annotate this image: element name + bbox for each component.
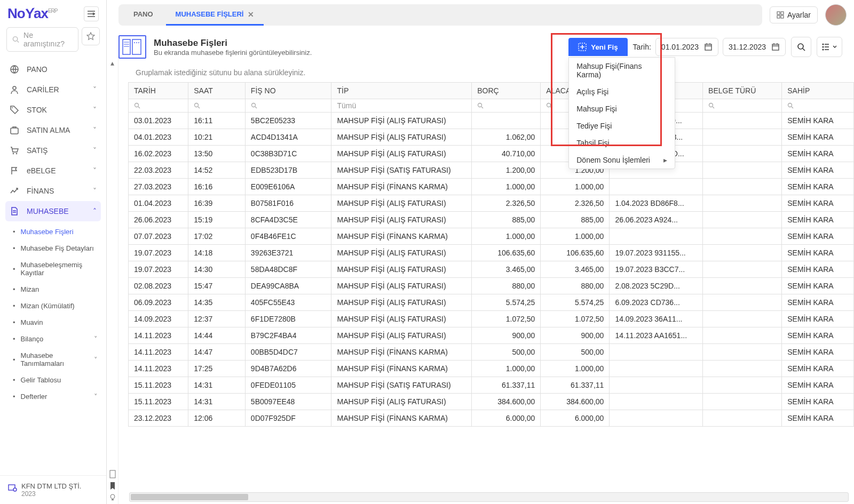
subnav-item[interactable]: Muhasebe Fişleri — [10, 223, 101, 240]
user-avatar[interactable] — [825, 4, 847, 26]
global-search-input[interactable]: Ne aramıştınız? — [6, 27, 78, 52]
table-row[interactable]: 19.07.202314:1839263E3721MAHSUP FİŞİ (AL… — [129, 245, 854, 261]
nav-item-muhasebe[interactable]: MUHASEBE˄ — [5, 201, 101, 221]
table-row[interactable]: 14.11.202314:4700BB5D4DC7MAHSUP FİŞİ (Fİ… — [129, 344, 854, 361]
cell-belge — [703, 212, 782, 228]
svg-point-17 — [138, 42, 139, 43]
filter-cell[interactable] — [129, 99, 188, 113]
svg-point-34 — [788, 103, 792, 107]
svg-point-2 — [13, 86, 16, 90]
search-button[interactable] — [791, 37, 811, 57]
col-header[interactable]: BORÇ — [472, 83, 541, 99]
table-row[interactable]: 27.03.202316:16E009E6106AMAHSUP FİŞİ (Fİ… — [129, 179, 854, 195]
table-row[interactable]: 16.02.202313:500C38B3D71CMAHSUP FİŞİ (AL… — [129, 146, 854, 162]
dropdown-label: Mahsup Fişi(Finans Karma) — [576, 62, 667, 79]
table-row[interactable]: 15.11.202314:315B0097EE48MAHSUP FİŞİ (AL… — [129, 394, 854, 410]
tab-pano[interactable]: PANO — [124, 5, 163, 25]
subnav-item[interactable]: Defterler˅ — [10, 388, 101, 405]
col-header[interactable]: FİŞ NO — [245, 83, 331, 99]
col-header[interactable]: SAAT — [188, 83, 246, 99]
col-header[interactable]: TİP — [331, 83, 472, 99]
subnav-item[interactable]: Bilanço˅ — [10, 331, 101, 347]
settings-button[interactable]: Ayarlar — [770, 6, 818, 23]
cell-alacak: 5.574,25 — [541, 294, 610, 311]
chevron-down-icon: ˅ — [93, 85, 97, 94]
nav-item-pano[interactable]: PANO — [5, 59, 101, 79]
horizontal-scrollbar[interactable] — [129, 492, 849, 502]
cell-borc: 1.000,00 — [472, 179, 541, 195]
filter-cell[interactable] — [472, 99, 541, 113]
cell-acik: 2.08.2023 5C29D... — [610, 278, 703, 294]
table-row[interactable]: 04.01.202310:21ACD4D1341AMAHSUP FİŞİ (AL… — [129, 129, 854, 146]
cell-sahip: SEMİH KARA — [782, 179, 854, 195]
table-row[interactable]: 26.06.202315:198CFA4D3C5EMAHSUP FİŞİ (AL… — [129, 212, 854, 228]
new-voucher-button[interactable]: Yeni Fiş — [568, 38, 627, 56]
cell-sahip: SEMİH KARA — [782, 278, 854, 294]
caret-up-icon[interactable]: ▴ — [110, 59, 114, 67]
dropdown-item[interactable]: Açılış Fişi — [569, 83, 675, 100]
dropdown-item[interactable]: Dönem Sonu İşlemleri▸ — [569, 151, 675, 169]
tab-close-icon[interactable]: ✕ — [248, 10, 254, 19]
table-row[interactable]: 14.09.202312:376F1DE7280BMAHSUP FİŞİ (AL… — [129, 311, 854, 327]
nav-item-cari̇ler[interactable]: CARİLER˅ — [5, 79, 101, 100]
list-options-button[interactable] — [817, 37, 842, 57]
col-header[interactable]: TARİH — [129, 83, 188, 99]
subnav-item[interactable]: Muhasebe Tanımlamaları˅ — [10, 347, 101, 372]
table-row[interactable]: 03.01.202316:115BC2E05233MAHSUP FİŞİ (AL… — [129, 113, 854, 129]
cell-alacak: 1.000,00 — [541, 228, 610, 245]
cell-borc: 40.710,00 — [472, 146, 541, 162]
favorites-button[interactable] — [82, 27, 100, 45]
tab-muhasebe fi̇şleri̇[interactable]: MUHASEBE FİŞLERİ✕ — [166, 5, 264, 26]
page-icon[interactable] — [109, 470, 116, 478]
group-by-hint[interactable]: Gruplamak istediğiniz sütunu bu alana sü… — [128, 63, 854, 82]
date-from-input[interactable]: 01.01.2023 — [655, 38, 718, 56]
subnav-item[interactable]: Muavin — [10, 314, 101, 331]
cell-acik — [610, 344, 703, 361]
col-header[interactable]: BELGE TÜRÜ — [703, 83, 782, 99]
table-row[interactable]: 06.09.202314:35405FC55E43MAHSUP FİŞİ (AL… — [129, 294, 854, 311]
col-header[interactable]: SAHİP — [782, 83, 854, 99]
table-row[interactable]: 19.07.202314:3058DA48DC8FMAHSUP FİŞİ (AL… — [129, 261, 854, 278]
cell-sahip: SEMİH KARA — [782, 327, 854, 344]
nav-item-satin alma[interactable]: SATIN ALMA˅ — [5, 120, 101, 140]
dropdown-item[interactable]: Mahsup Fişi(Finans Karma) — [569, 58, 675, 83]
subnav-item[interactable]: Muhasebe Fiş Detayları — [10, 240, 101, 257]
company-settings-icon[interactable] — [7, 482, 17, 492]
filter-cell[interactable] — [782, 99, 854, 113]
dropdown-item[interactable]: Mahsup Fişi — [569, 100, 675, 117]
table-row[interactable]: 07.07.202317:020F4B46FE1CMAHSUP FİŞİ (Fİ… — [129, 228, 854, 245]
lightbulb-icon[interactable] — [109, 493, 116, 502]
cell-fisno: EDB523D17B — [245, 162, 331, 179]
bookmark-icon[interactable] — [109, 482, 116, 490]
page-header: Muhasebe Fişleri Bu ekranda muhasebe fiş… — [107, 30, 854, 63]
table-row[interactable]: 22.03.202314:52EDB523D17BMAHSUP FİŞİ (SA… — [129, 162, 854, 179]
date-to-input[interactable]: 31.12.2023 — [723, 38, 786, 56]
dropdown-item[interactable]: Tahsil Fişi — [569, 134, 675, 151]
nav-item-satiş[interactable]: SATIŞ˅ — [5, 140, 101, 161]
table-row[interactable]: 23.12.202312:060D07F925DFMAHSUP FİŞİ (Fİ… — [129, 410, 854, 427]
nav-item-fi̇nans[interactable]: FİNANS˅ — [5, 181, 101, 201]
dropdown-item[interactable]: Tediye Fişi — [569, 117, 675, 134]
nav-item-stok[interactable]: STOK˅ — [5, 100, 101, 120]
table-row[interactable]: 14.11.202314:44B79C2F4BA4MAHSUP FİŞİ (AL… — [129, 327, 854, 344]
filter-cell[interactable] — [188, 99, 246, 113]
filter-cell[interactable] — [703, 99, 782, 113]
cell-saat: 14:18 — [188, 245, 246, 261]
logo-suffix: ERP — [48, 8, 58, 14]
filter-cell[interactable] — [245, 99, 331, 113]
page-title: Muhasebe Fişleri — [154, 38, 312, 49]
subnav-item[interactable]: Mizan (Kümülatif) — [10, 298, 101, 314]
table-row[interactable]: 01.04.202316:39B07581F016MAHSUP FİŞİ (AL… — [129, 195, 854, 212]
nav-item-ebelge[interactable]: eBELGE˅ — [5, 161, 101, 181]
subnav-item[interactable]: Gelir Tablosu — [10, 372, 101, 388]
subnav-item[interactable]: Muhasebeleşmemiş Kayıtlar — [10, 257, 101, 281]
cell-sahip: SEMİH KARA — [782, 311, 854, 327]
subnav-item[interactable]: Mizan — [10, 281, 101, 298]
dropdown-label: Mahsup Fişi — [576, 105, 616, 113]
sidebar-collapse-button[interactable] — [84, 6, 99, 21]
cell-tip: MAHSUP FİŞİ (FİNANS KARMA) — [331, 228, 472, 245]
table-row[interactable]: 14.11.202317:259D4B7A62D6MAHSUP FİŞİ (Fİ… — [129, 361, 854, 377]
table-row[interactable]: 15.11.202314:310FEDE01105MAHSUP FİŞİ (SA… — [129, 377, 854, 394]
table-row[interactable]: 02.08.202315:47DEA99CA8BAMAHSUP FİŞİ (AL… — [129, 278, 854, 294]
filter-cell[interactable]: Tümü — [331, 99, 472, 113]
